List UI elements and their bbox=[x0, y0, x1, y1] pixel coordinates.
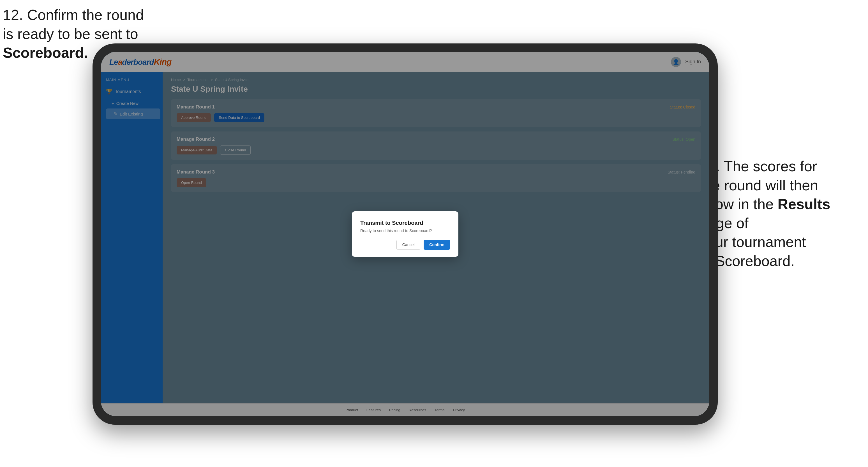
modal-confirm-button[interactable]: Confirm bbox=[424, 240, 450, 250]
modal-buttons: Cancel Confirm bbox=[360, 240, 450, 250]
annotation-line3: Scoreboard. bbox=[3, 44, 88, 61]
modal-title: Transmit to Scoreboard bbox=[360, 220, 450, 226]
annotation-right: 13. The scores for the round will then s… bbox=[700, 157, 862, 271]
app-container: LeaderboardKing 👤 Sign In MAIN MENU 🏆 bbox=[101, 52, 709, 416]
annotation-line1: 12. Confirm the round bbox=[3, 7, 144, 23]
annotation-right-bold: Results bbox=[778, 196, 831, 212]
modal-dialog: Transmit to Scoreboard Ready to send thi… bbox=[352, 211, 458, 257]
modal-subtitle: Ready to send this round to Scoreboard? bbox=[360, 228, 450, 233]
modal-overlay: Transmit to Scoreboard Ready to send thi… bbox=[101, 52, 709, 416]
tablet-screen: LeaderboardKing 👤 Sign In MAIN MENU 🏆 bbox=[101, 52, 709, 416]
annotation-line2: is ready to be sent to bbox=[3, 26, 138, 42]
tablet-frame: LeaderboardKing 👤 Sign In MAIN MENU 🏆 bbox=[93, 43, 718, 425]
modal-cancel-button[interactable]: Cancel bbox=[397, 240, 421, 250]
